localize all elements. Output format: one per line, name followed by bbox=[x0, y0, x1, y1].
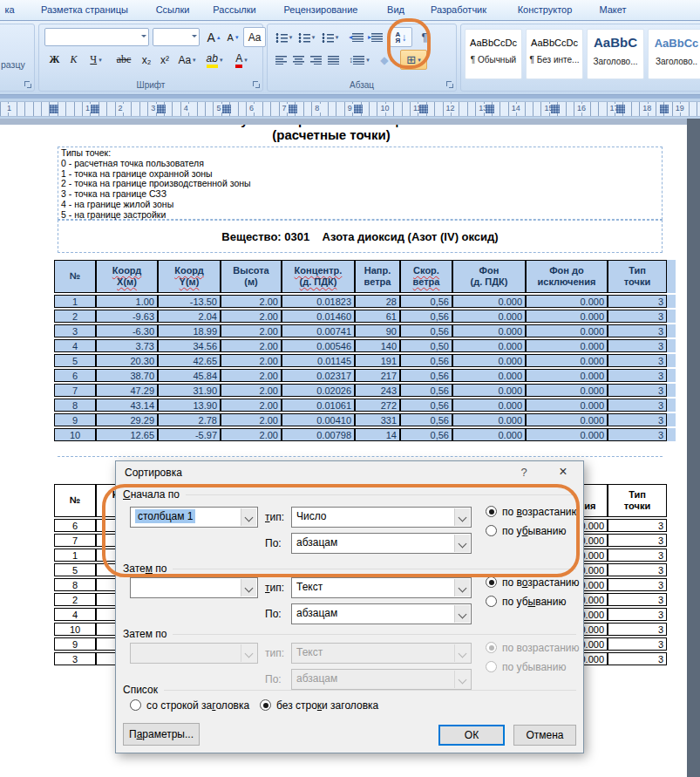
end-of-row-marker bbox=[667, 549, 676, 562]
table-row: 2-9.632.042.000.01460610,560.0000.0003 bbox=[54, 310, 676, 323]
italic-button[interactable]: К bbox=[64, 50, 84, 70]
tab-insert-partial[interactable]: ка bbox=[0, 0, 19, 19]
table-cell: 2.00 bbox=[221, 354, 282, 367]
style-heading1[interactable]: AaBbCЗаголово... bbox=[587, 29, 644, 79]
table-cell: 0.000 bbox=[526, 428, 608, 441]
ascending-radio[interactable]: по возрастанию bbox=[486, 505, 580, 518]
decrease-indent-button[interactable]: ◂ bbox=[346, 27, 366, 47]
dialog-launcher-icon[interactable] bbox=[252, 80, 261, 89]
text-highlight-button[interactable]: ab▾ bbox=[201, 50, 228, 70]
shrink-font-button[interactable]: А▾ bbox=[223, 27, 242, 47]
table-column-marker-icon[interactable] bbox=[222, 105, 231, 113]
table-cell: 3 bbox=[608, 339, 667, 352]
font-name-combo[interactable] bbox=[44, 28, 149, 46]
then-by-field-combo-1[interactable] bbox=[130, 577, 258, 598]
then-by-using-combo-1[interactable]: абзацам bbox=[291, 603, 472, 624]
table-column-marker-icon[interactable] bbox=[50, 105, 58, 113]
table-cell: 0.000 bbox=[526, 324, 608, 337]
table-cell: 10 bbox=[54, 428, 96, 441]
tab-page-layout[interactable]: Разметка страницы bbox=[31, 0, 138, 19]
options-button[interactable]: Параметры... bbox=[123, 723, 200, 746]
shading-button[interactable]: ◆▾ bbox=[374, 50, 399, 70]
table-cell: 0.00410 bbox=[282, 413, 355, 426]
clear-formatting-button[interactable]: Aa bbox=[243, 27, 266, 47]
cancel-button[interactable]: Отмена bbox=[513, 725, 576, 746]
line-spacing-button[interactable]: ↕▾ bbox=[346, 50, 372, 70]
help-icon[interactable]: ? bbox=[515, 466, 533, 481]
superscript-button[interactable]: x² bbox=[155, 50, 174, 70]
tab-mailings[interactable]: Рассылки bbox=[206, 0, 263, 19]
end-of-row-marker bbox=[667, 623, 676, 636]
style-no-spacing[interactable]: AaBbCcDc¶ Без инте... bbox=[526, 29, 583, 79]
sort-button[interactable]: АЯ ↓ bbox=[390, 27, 412, 47]
table-column-marker-icon[interactable] bbox=[157, 105, 166, 113]
tab-view[interactable]: Вид bbox=[380, 0, 411, 19]
table-column-marker-icon[interactable] bbox=[616, 105, 625, 113]
change-case-button[interactable]: Aa▾ bbox=[174, 50, 200, 70]
subscript-button[interactable]: x₂ bbox=[137, 50, 156, 70]
grow-font-button[interactable]: А▴ bbox=[203, 27, 224, 47]
dialog-launcher-icon[interactable] bbox=[24, 80, 32, 89]
show-marks-button[interactable]: ¶ bbox=[414, 27, 435, 47]
tab-table-layout[interactable]: Макет bbox=[591, 0, 635, 19]
chevron-down-icon[interactable] bbox=[454, 579, 470, 596]
tab-review[interactable]: Рецензирование bbox=[274, 0, 368, 19]
descending-radio-2[interactable]: по убыванию bbox=[486, 595, 566, 608]
style-heading2[interactable]: AaBbCcЗаголово.. bbox=[648, 29, 700, 79]
radio-icon bbox=[130, 699, 141, 711]
sort-type-combo[interactable]: Число bbox=[291, 507, 472, 528]
tab-developer[interactable]: Разработчик bbox=[420, 0, 497, 19]
align-left-button[interactable] bbox=[272, 50, 290, 70]
ruler-number: 16 bbox=[575, 104, 588, 112]
table-column-marker-icon[interactable] bbox=[660, 105, 669, 113]
ruler-number: 6 bbox=[248, 104, 255, 112]
table-column-marker-icon[interactable] bbox=[551, 105, 560, 113]
dialog-launcher-icon[interactable] bbox=[445, 80, 454, 89]
chevron-down-icon[interactable] bbox=[241, 579, 256, 596]
font-color-button[interactable]: А▾ bbox=[228, 50, 255, 70]
increase-indent-button[interactable]: ▸ bbox=[365, 27, 385, 47]
chevron-down-icon[interactable] bbox=[241, 508, 256, 526]
align-right-button[interactable] bbox=[307, 50, 325, 70]
multilevel-list-button[interactable]: ▾ bbox=[317, 27, 343, 47]
font-size-combo[interactable] bbox=[153, 28, 200, 46]
table-cell: 6 bbox=[54, 369, 96, 382]
ascending-radio-2[interactable]: по возрастанию bbox=[486, 576, 580, 589]
chevron-down-icon[interactable] bbox=[454, 605, 470, 623]
bullets-button[interactable]: ▾ bbox=[272, 27, 296, 47]
tab-table-design[interactable]: Конструктор bbox=[507, 0, 582, 19]
table-column-marker-icon[interactable] bbox=[91, 105, 99, 113]
table-column-marker-icon[interactable] bbox=[289, 105, 297, 113]
underline-button[interactable]: Ч▾ bbox=[83, 50, 109, 70]
then-by-type-combo-1[interactable]: Текст bbox=[291, 577, 472, 598]
table-cell: 0.000 bbox=[452, 384, 526, 397]
close-icon[interactable]: × bbox=[552, 464, 574, 481]
table-column-marker-icon[interactable] bbox=[354, 105, 363, 113]
end-of-row-marker bbox=[667, 637, 676, 651]
table-column-marker-icon[interactable] bbox=[486, 105, 494, 113]
descending-radio[interactable]: по убыванию bbox=[486, 524, 566, 537]
numbering-button[interactable]: ▾ bbox=[295, 27, 318, 47]
table-cell: 0.000 bbox=[452, 339, 526, 352]
table-cell: 0.00798 bbox=[282, 428, 355, 441]
table-column-marker-icon[interactable] bbox=[419, 105, 428, 113]
ruler[interactable]: 112345678910111213141516171819 bbox=[0, 99, 700, 119]
align-center-button[interactable] bbox=[289, 50, 308, 70]
table-cell: 0.01145 bbox=[282, 354, 355, 367]
then-by-group-2: Затем по bbox=[123, 634, 576, 635]
radio-icon bbox=[486, 596, 497, 607]
chevron-down-icon[interactable] bbox=[454, 535, 470, 552]
style-normal[interactable]: AaBbCcDc¶ Обычный bbox=[465, 29, 522, 79]
strikethrough-button[interactable]: abc bbox=[111, 50, 137, 70]
justify-button[interactable] bbox=[324, 50, 343, 70]
sort-by-field-combo[interactable]: столбцам 1 bbox=[130, 507, 258, 528]
tab-references[interactable]: Ссылки bbox=[148, 0, 197, 19]
header-row-radio[interactable]: со строкой заголовка bbox=[130, 699, 249, 712]
ok-button[interactable]: ОК bbox=[438, 725, 505, 746]
sort-using-combo[interactable]: абзацам bbox=[291, 533, 472, 554]
paragraph-group-label: Абзац bbox=[268, 80, 456, 90]
bold-button[interactable]: Ж bbox=[44, 50, 65, 70]
borders-button[interactable]: ⊞▾ bbox=[400, 50, 427, 70]
no-header-row-radio[interactable]: без строки заголовка bbox=[260, 699, 378, 712]
chevron-down-icon[interactable] bbox=[454, 508, 470, 526]
